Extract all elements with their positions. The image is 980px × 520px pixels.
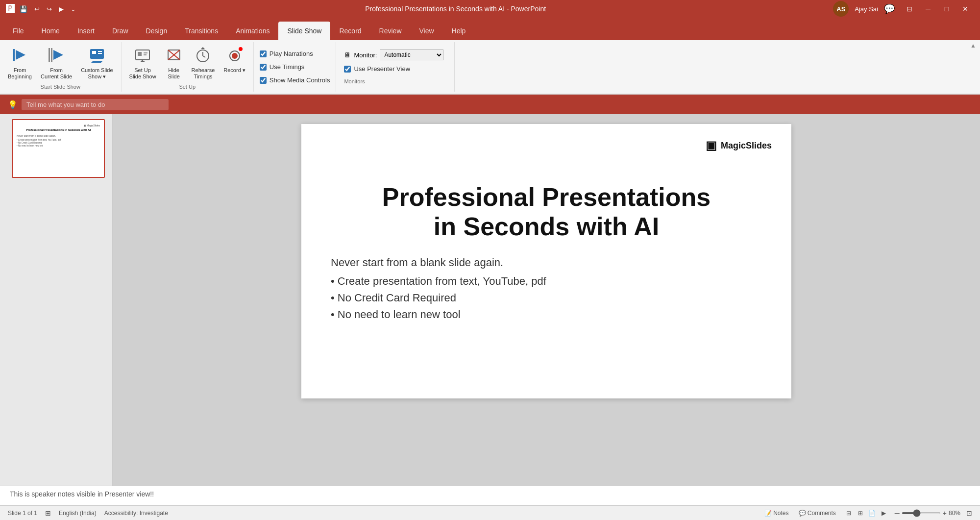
setup-items: Set UpSlide Show HideSlide [125, 44, 249, 82]
slide-logo: ▣ MagicSlides [706, 139, 772, 152]
slide-subtitle: Never start from a blank slide again. [331, 256, 762, 269]
presenter-view-btn[interactable]: ▶ [879, 508, 889, 518]
use-timings-checkbox[interactable]: Use Timings [260, 61, 330, 73]
reading-view-btn[interactable]: 📄 [867, 508, 877, 518]
start-slide-show-group: FromBeginning FromCurrent Slide [0, 42, 122, 92]
rehearse-timings-label: RehearseTimings [192, 67, 215, 80]
tab-help[interactable]: Help [443, 22, 475, 40]
slides-panel: 1 ▣ MagicSlides Professional Presentatio… [0, 114, 113, 486]
custom-show-button[interactable]: Custom SlideShow ▾ [77, 44, 117, 82]
svg-rect-7 [98, 51, 102, 52]
close-btn[interactable]: ✕ [956, 2, 974, 16]
redo-quick-btn[interactable]: ↪ [45, 4, 54, 14]
undo-quick-btn[interactable]: ↩ [32, 4, 42, 14]
user-avatar[interactable]: AS [833, 1, 849, 17]
slide-canvas[interactable]: ▣ MagicSlides Professional Presentations… [301, 124, 791, 398]
hide-slide-icon [165, 46, 183, 66]
from-current-icon [48, 46, 65, 66]
notes-icon: 📝 [764, 510, 772, 517]
zoom-in-btn[interactable]: + [943, 509, 947, 517]
accessibility-label[interactable]: Accessibility: Investigate [104, 510, 168, 517]
setup-slideshow-button[interactable]: Set UpSlide Show [125, 44, 160, 82]
tab-insert[interactable]: Insert [69, 22, 103, 40]
use-presenter-view-checkbox[interactable]: Use Presenter View [344, 63, 446, 74]
save-quick-btn[interactable]: 💾 [18, 4, 29, 14]
tab-slideshow[interactable]: Slide Show [278, 22, 330, 40]
svg-line-21 [203, 56, 205, 57]
status-bar: Slide 1 of 1 ⊞ English (India) Accessibi… [0, 505, 980, 520]
svg-rect-6 [92, 51, 96, 54]
slide-info: Slide 1 of 1 [8, 510, 37, 517]
use-timings-label: Use Timings [270, 63, 305, 71]
zoom-slider[interactable] [902, 512, 941, 514]
tab-transitions[interactable]: Transitions [176, 22, 227, 40]
setup-slideshow-icon [134, 46, 151, 66]
record-button[interactable]: Record ▾ [220, 44, 249, 75]
chat-icon[interactable]: 💬 [884, 3, 895, 14]
zoom-out-btn[interactable]: ─ [895, 509, 900, 517]
window-title: Professional Presentations in Seconds wi… [78, 5, 833, 13]
record-label: Record ▾ [223, 67, 245, 74]
user-name: Ajay Sai [855, 5, 878, 13]
ribbon-content: FromBeginning FromCurrent Slide [0, 40, 980, 94]
show-media-controls-input[interactable] [260, 77, 267, 84]
comments-icon: 💬 [799, 510, 806, 517]
svg-point-24 [232, 53, 238, 59]
ribbon-display-btn[interactable]: ⊟ [901, 2, 918, 16]
play-narrations-input[interactable] [260, 50, 267, 57]
tab-record[interactable]: Record [330, 22, 370, 40]
slide-thumbnail-btn[interactable]: ⊞ [45, 509, 51, 517]
tell-me-input[interactable] [22, 99, 169, 110]
ribbon-collapse-arrow[interactable]: ▲ [970, 42, 976, 49]
comments-toggle-btn[interactable]: 💬 Comments [797, 509, 838, 518]
notes-toggle-btn[interactable]: 📝 Notes [762, 509, 791, 518]
custom-show-icon [88, 46, 106, 66]
comments-btn-label: Comments [808, 510, 836, 517]
window-controls: ⊟ ─ □ ✕ [901, 2, 974, 16]
rehearse-timings-button[interactable]: RehearseTimings [188, 44, 219, 82]
hide-slide-button[interactable]: HideSlide [161, 44, 187, 82]
from-current-button[interactable]: FromCurrent Slide [37, 44, 76, 82]
tab-design[interactable]: Design [137, 22, 176, 40]
thumb-bullets: • Create presentation from text, YouTube… [17, 139, 100, 148]
show-media-controls-checkbox[interactable]: Show Media Controls [260, 74, 330, 86]
minimize-btn[interactable]: ─ [919, 2, 937, 16]
slide-bullet-1: • Create presentation from text, YouTube… [331, 275, 762, 288]
from-current-label: FromCurrent Slide [41, 67, 72, 80]
use-presenter-view-input[interactable] [344, 66, 351, 73]
svg-marker-1 [16, 50, 25, 60]
record-icon [226, 46, 244, 66]
slide-thumb-1[interactable]: ▣ MagicSlides Professional Presentations… [12, 119, 105, 178]
ribbon-tabs: File Home Insert Draw Design Transitions… [0, 18, 980, 40]
setup-group: Set UpSlide Show HideSlide [122, 42, 254, 92]
tab-draw[interactable]: Draw [103, 22, 137, 40]
view-icons: ⊟ ⊞ 📄 ▶ [844, 508, 889, 518]
monitor-select[interactable]: Automatic [380, 50, 443, 60]
logo-text: MagicSlides [721, 141, 772, 151]
fit-window-btn[interactable]: ⊡ [966, 509, 972, 517]
quick-access-toolbar: 🅿 💾 ↩ ↪ ▶ ⌄ [6, 4, 78, 14]
slide-sorter-btn[interactable]: ⊞ [856, 508, 865, 518]
use-timings-input[interactable] [260, 64, 267, 71]
from-beginning-button[interactable]: FromBeginning [4, 44, 36, 82]
from-beginning-label: FromBeginning [8, 67, 32, 80]
normal-view-btn[interactable]: ⊟ [844, 508, 854, 518]
hide-slide-label: HideSlide [168, 67, 179, 80]
setup-group-label: Set Up [179, 84, 196, 90]
zoom-percent[interactable]: 80% [949, 510, 960, 517]
tab-animations[interactable]: Animations [227, 22, 278, 40]
notes-btn-label: Notes [773, 510, 788, 517]
svg-rect-8 [98, 53, 102, 54]
play-narrations-checkbox[interactable]: Play Narrations [260, 48, 330, 59]
more-quick-btn[interactable]: ⌄ [69, 4, 78, 14]
tab-file[interactable]: File [4, 22, 33, 40]
tab-home[interactable]: Home [33, 22, 69, 40]
tab-view[interactable]: View [411, 22, 443, 40]
notes-text: This is speaker notes visible in Present… [10, 490, 154, 498]
ribbon: File Home Insert Draw Design Transitions… [0, 18, 980, 95]
start-slide-show-items: FromBeginning FromCurrent Slide [4, 44, 117, 82]
record-dot [239, 47, 243, 51]
present-quick-btn[interactable]: ▶ [57, 4, 66, 14]
tab-review[interactable]: Review [370, 22, 411, 40]
maximize-btn[interactable]: □ [938, 2, 956, 16]
